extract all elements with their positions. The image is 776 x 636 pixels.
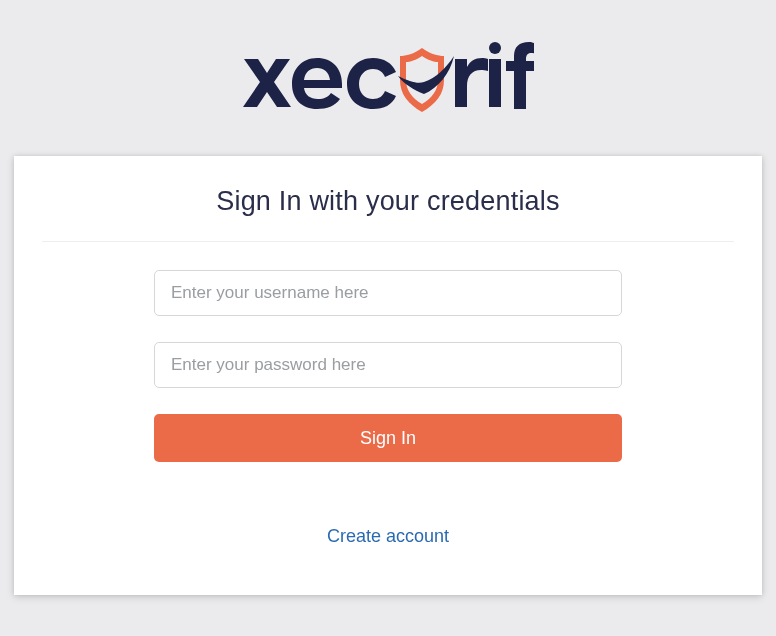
- logo-container: [0, 0, 776, 156]
- signin-form: Sign In Create account: [14, 270, 762, 547]
- svg-point-0: [489, 42, 501, 54]
- svg-rect-1: [489, 59, 501, 107]
- create-account-link[interactable]: Create account: [327, 526, 449, 546]
- signin-button[interactable]: Sign In: [154, 414, 622, 462]
- username-input[interactable]: [154, 270, 622, 316]
- divider: [42, 241, 734, 242]
- link-container: Create account: [154, 526, 622, 547]
- password-input[interactable]: [154, 342, 622, 388]
- card-title: Sign In with your credentials: [34, 186, 742, 217]
- brand-logo: [242, 42, 534, 120]
- signin-card: Sign In with your credentials Sign In Cr…: [14, 156, 762, 595]
- card-header: Sign In with your credentials: [14, 156, 762, 241]
